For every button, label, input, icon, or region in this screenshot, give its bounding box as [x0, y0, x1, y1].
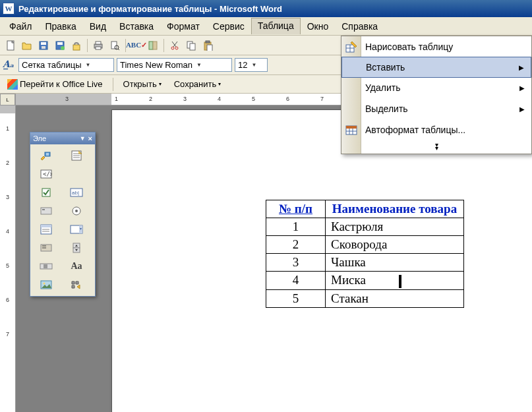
menu-file[interactable]: Файл	[3, 18, 38, 34]
table-header-row: № п/п Наименование товара	[266, 200, 464, 218]
divider-icon	[63, 165, 90, 183]
listbox-control-button[interactable]	[33, 221, 59, 238]
font-select[interactable]: Times New Roman ▼	[117, 58, 232, 72]
research-button[interactable]	[145, 38, 161, 53]
new-doc-button[interactable]	[3, 38, 18, 53]
tab-selector[interactable]: L	[0, 94, 15, 105]
font-size-select[interactable]: 12 ▼	[235, 58, 268, 72]
svg-line-13	[118, 49, 119, 50]
svg-rect-35	[41, 208, 51, 214]
pencil-table-icon	[345, 40, 358, 53]
table-cell-name[interactable]: Кастрюля	[326, 218, 464, 236]
more-controls-button[interactable]	[63, 276, 90, 293]
print-button[interactable]	[90, 38, 106, 53]
table-row[interactable]: 4Миска	[266, 272, 464, 290]
document-table[interactable]: № п/п Наименование товара 1Кастрюля2Сков…	[266, 200, 464, 308]
menu-bar: Файл Правка Вид Вставка Формат Сервис Та…	[0, 17, 532, 36]
svg-point-18	[171, 47, 174, 49]
menu-help[interactable]: Справка	[335, 18, 384, 34]
submenu-arrow-icon: ▶	[519, 64, 524, 71]
print-preview-button[interactable]	[107, 38, 123, 53]
menu-table[interactable]: Таблица	[251, 18, 301, 34]
label-control-button[interactable]: Aa	[63, 258, 90, 275]
table-header-name[interactable]: Наименование товара	[326, 200, 464, 218]
officelive-go-button[interactable]: Перейти к Office Live	[3, 77, 107, 92]
table-cell-num[interactable]: 5	[266, 289, 326, 307]
table-cell-num[interactable]: 1	[266, 218, 326, 236]
save-as-button[interactable]	[52, 38, 68, 53]
permissions-button[interactable]	[69, 38, 84, 53]
copy-button[interactable]	[183, 38, 199, 53]
properties-button[interactable]	[63, 147, 90, 164]
expand-menu-icon[interactable]: ▾▾	[341, 140, 531, 154]
menu-format[interactable]: Формат	[160, 18, 206, 34]
menu-select[interactable]: Выделить ▶	[341, 98, 531, 119]
menu-autoformat[interactable]: Автоформат таблицы...	[341, 119, 531, 140]
chevron-down-icon: ▼	[251, 62, 256, 68]
svg-rect-23	[206, 41, 210, 43]
save-button[interactable]	[36, 38, 51, 53]
controls-toolbox[interactable]: Эле ▼ × </> ab| Aa	[30, 132, 96, 297]
table-cell-num[interactable]: 4	[266, 272, 326, 290]
image-control-button[interactable]	[33, 276, 59, 293]
chevron-down-icon: ▼	[86, 62, 91, 68]
officelive-open-button[interactable]: Открыть ▾	[119, 77, 166, 91]
table-cell-num[interactable]: 3	[266, 254, 326, 272]
cut-button[interactable]	[167, 38, 183, 53]
submenu-arrow-icon: ▶	[519, 84, 525, 92]
svg-rect-9	[96, 42, 101, 44]
options-control-button[interactable]	[63, 202, 90, 220]
checkbox-control-button[interactable]	[33, 184, 59, 201]
menu-insert[interactable]: Вставить ▶	[341, 57, 531, 78]
officelive-save-button[interactable]: Сохранить ▾	[169, 77, 226, 91]
design-mode-button[interactable]	[33, 147, 59, 164]
table-row[interactable]: 5Стакан	[266, 289, 464, 307]
spellcheck-button[interactable]: ABC✓	[129, 38, 144, 53]
styles-icon[interactable]: A̲ₐ	[3, 59, 16, 72]
view-code-button[interactable]: </>	[33, 165, 59, 183]
menu-insert[interactable]: Вставка	[113, 18, 160, 34]
spinbutton-control-button[interactable]	[63, 239, 90, 256]
svg-rect-5	[57, 42, 63, 45]
svg-point-51	[44, 283, 45, 285]
table-row[interactable]: 3Чашка	[266, 254, 464, 272]
close-icon[interactable]: ×	[88, 134, 92, 142]
menu-edit[interactable]: Правка	[38, 18, 82, 34]
table-header-num[interactable]: № п/п	[266, 200, 326, 218]
table-cell-name[interactable]: Стакан	[326, 289, 464, 307]
window-title: Редактирование и форматирование таблицы …	[18, 4, 282, 14]
textbox-control-button[interactable]: ab|	[63, 184, 90, 201]
scrollbar-control-button[interactable]	[33, 258, 59, 275]
page[interactable]: № п/п Наименование товара 1Кастрюля2Сков…	[111, 109, 532, 412]
toolbox-options-icon[interactable]: ▼	[80, 135, 86, 142]
svg-rect-10	[96, 47, 101, 49]
svg-rect-7	[73, 45, 80, 50]
toolbox-titlebar[interactable]: Эле ▼ ×	[30, 132, 95, 144]
font-value: Times New Roman	[120, 60, 192, 70]
style-select[interactable]: Сетка таблицы ▼	[18, 58, 114, 72]
title-bar: W Редактирование и форматирование таблиц…	[0, 0, 532, 17]
combobox-control-button[interactable]	[63, 221, 90, 238]
table-cell-name[interactable]: Чашка	[326, 254, 464, 272]
table-cell-num[interactable]: 2	[266, 236, 326, 254]
table-cell-name[interactable]: Сковорода	[326, 236, 464, 254]
svg-rect-24	[207, 45, 212, 51]
toolbar-separator	[163, 39, 164, 52]
menu-tools[interactable]: Сервис	[206, 18, 251, 34]
menu-draw-table[interactable]: Нарисовать таблицу	[341, 36, 531, 57]
open-button[interactable]	[19, 38, 35, 53]
menu-delete[interactable]: Удалить ▶	[341, 77, 531, 98]
table-row[interactable]: 1Кастрюля	[266, 218, 464, 236]
menu-window[interactable]: Окно	[301, 18, 336, 34]
toggle-control-button[interactable]	[33, 239, 59, 256]
text-cursor	[399, 275, 401, 288]
svg-rect-15	[153, 42, 157, 49]
table-cell-name[interactable]: Миска	[326, 272, 464, 290]
autoformat-icon	[345, 123, 358, 136]
button-control-button[interactable]	[33, 202, 59, 220]
svg-rect-56	[346, 126, 357, 129]
menu-view[interactable]: Вид	[83, 18, 113, 34]
toolbox-title-text: Эле	[33, 134, 46, 142]
paste-button[interactable]	[200, 38, 216, 53]
table-row[interactable]: 2Сковорода	[266, 236, 464, 254]
